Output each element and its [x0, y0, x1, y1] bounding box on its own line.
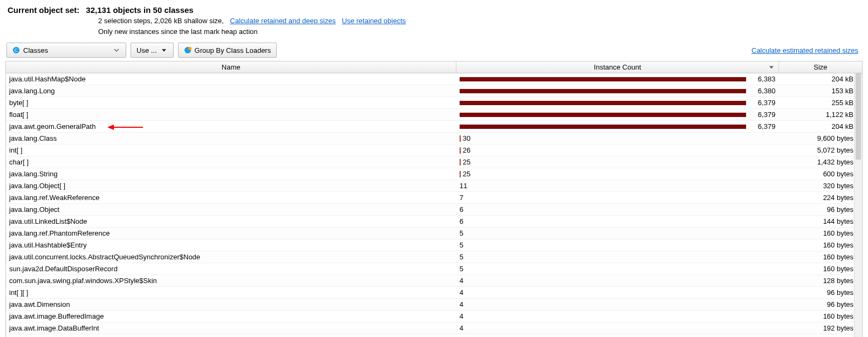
svg-point-3	[188, 47, 192, 50]
column-header-size[interactable]: Size	[778, 61, 862, 73]
cell-instance-count: 5	[456, 263, 779, 275]
cell-name: java.util.LinkedList$Node	[6, 216, 456, 228]
triangle-down-icon	[160, 47, 168, 53]
scrollbar-thumb[interactable]	[856, 73, 861, 160]
total-count: 32,131	[456, 334, 779, 338]
instance-count-bar	[460, 159, 461, 166]
column-header-instance-count[interactable]: Instance Count	[456, 61, 779, 73]
cell-name: java.util.HashMap$Node	[6, 73, 456, 85]
table-row[interactable]: java.util.LinkedList$Node6144 bytes	[6, 216, 862, 228]
cell-instance-count: 25	[456, 156, 779, 168]
cell-size: 224 bytes	[778, 192, 862, 204]
summary-subline-1: 2 selection steps, 2,026 kB shallow size…	[5, 16, 863, 26]
table-row[interactable]: java.util.HashMap$Node6,383204 kB	[6, 73, 862, 85]
classloader-icon	[184, 46, 192, 54]
summary-header: Current object set: 32,131 objects in 50…	[5, 3, 863, 16]
cell-size: 160 bytes	[778, 311, 862, 322]
instance-count-bar	[460, 147, 461, 154]
mark-heap-text: Only new instances since the last mark h…	[98, 27, 258, 36]
table-row[interactable]: java.awt.image.DataBufferInt4192 bytes	[6, 322, 862, 334]
cell-name: java.lang.ref.WeakReference	[6, 192, 456, 204]
cell-name: int[ ]	[6, 145, 456, 156]
cell-size: 96 bytes	[778, 287, 862, 299]
cell-name: java.lang.ref.PhantomReference	[6, 228, 456, 239]
instance-count-bar	[460, 113, 746, 117]
total-label: Total:	[6, 334, 456, 338]
table-row[interactable]: java.lang.Class309,600 bytes	[6, 133, 862, 145]
cell-instance-count: 11	[456, 180, 779, 192]
objects-table: Name Instance Count Size java.util.HashM…	[5, 61, 863, 337]
chevron-down-icon	[113, 47, 120, 53]
cell-size: 160 bytes	[778, 228, 862, 239]
cell-size: 1,432 bytes	[778, 156, 862, 168]
cell-size: 153 kB	[778, 85, 862, 97]
cell-name: java.lang.Object	[6, 204, 456, 216]
vertical-scrollbar[interactable]	[854, 73, 862, 337]
use-button[interactable]: Use ...	[131, 43, 174, 58]
use-retained-link[interactable]: Use retained objects	[342, 17, 406, 25]
cell-instance-count: 6,380	[456, 85, 779, 97]
table-row[interactable]: java.util.concurrent.locks.AbstractQueue…	[6, 251, 862, 263]
instance-count-bar	[460, 135, 461, 142]
class-icon: C	[12, 46, 20, 54]
toolbar: C Classes Use ... Group By Class Loaders…	[5, 43, 863, 58]
cell-name: java.awt.image.DataBufferInt	[6, 322, 456, 334]
cell-name: sun.java2d.DefaultDisposerRecord	[6, 263, 456, 275]
classes-dropdown-label: Classes	[23, 46, 48, 54]
cell-instance-count: 4	[456, 311, 779, 322]
table-row[interactable]: java.lang.Long6,380153 kB	[6, 85, 862, 97]
cell-size: 144 bytes	[778, 216, 862, 228]
selection-steps-text: 2 selection steps, 2,026 kB shallow size…	[98, 17, 224, 25]
cell-instance-count: 30	[456, 133, 779, 145]
calculate-estimated-retained-link[interactable]: Calculate estimated retained sizes	[751, 46, 862, 54]
table-row[interactable]: int[ ]265,072 bytes	[6, 145, 862, 156]
table-row[interactable]: java.awt.Dimension496 bytes	[6, 299, 862, 311]
cell-name: java.awt.image.BufferedImage	[6, 311, 456, 322]
table-row[interactable]: java.util.Hashtable$Entry5160 bytes	[6, 239, 862, 251]
table-row[interactable]: java.awt.geom.GeneralPath6,379204 kB	[6, 121, 862, 133]
group-by-classloaders-button[interactable]: Group By Class Loaders	[178, 43, 277, 58]
group-button-label: Group By Class Loaders	[195, 46, 271, 54]
table-row[interactable]: java.lang.String25600 bytes	[6, 168, 862, 180]
cell-size: 600 bytes	[778, 168, 862, 180]
cell-size: 160 bytes	[778, 251, 862, 263]
cell-instance-count: 6,379	[456, 109, 779, 121]
cell-instance-count: 26	[456, 145, 779, 156]
cell-name: int[ ][ ]	[6, 287, 456, 299]
cell-instance-count: 6	[456, 204, 779, 216]
table-row[interactable]: java.awt.image.BufferedImage4160 bytes	[6, 311, 862, 322]
instance-count-bar	[460, 125, 746, 129]
instance-count-bar	[460, 101, 746, 105]
table-row[interactable]: float[ ]6,3791,122 kB	[6, 109, 862, 121]
cell-instance-count: 5	[456, 239, 779, 251]
column-header-name[interactable]: Name	[6, 61, 456, 73]
cell-size: 192 bytes	[778, 322, 862, 334]
cell-size: 204 kB	[778, 73, 862, 85]
table-row[interactable]: java.lang.ref.WeakReference7224 bytes	[6, 192, 862, 204]
table-row[interactable]: char[ ]251,432 bytes	[6, 156, 862, 168]
cell-size: 160 bytes	[778, 263, 862, 275]
table-row[interactable]: sun.java2d.DefaultDisposerRecord5160 byt…	[6, 263, 862, 275]
table-row[interactable]: java.lang.Object[ ]11320 bytes	[6, 180, 862, 192]
table-row[interactable]: java.lang.Object696 bytes	[6, 204, 862, 216]
calculate-retained-link[interactable]: Calculate retained and deep sizes	[230, 17, 336, 25]
cell-size: 320 bytes	[778, 180, 862, 192]
cell-instance-count: 5	[456, 251, 779, 263]
cell-size: 160 bytes	[778, 239, 862, 251]
svg-text:C: C	[15, 47, 18, 53]
cell-instance-count: 4	[456, 287, 779, 299]
table-row[interactable]: int[ ][ ]496 bytes	[6, 287, 862, 299]
cell-name: float[ ]	[6, 109, 456, 121]
table-row[interactable]: byte[ ]6,379255 kB	[6, 97, 862, 109]
instance-count-bar	[460, 89, 746, 93]
cell-name: java.lang.Object[ ]	[6, 180, 456, 192]
table-row[interactable]: java.lang.ref.PhantomReference5160 bytes	[6, 228, 862, 239]
cell-name: java.lang.Class	[6, 133, 456, 145]
instance-count-bar	[460, 171, 461, 177]
table-header-row: Name Instance Count Size	[6, 61, 862, 73]
table-row[interactable]: com.sun.java.swing.plaf.windows.XPStyle$…	[6, 275, 862, 287]
summary-value: 32,131 objects in 50 classes	[86, 5, 193, 15]
classes-dropdown[interactable]: C Classes	[6, 43, 126, 58]
cell-name: java.awt.Dimension	[6, 299, 456, 311]
cell-instance-count: 6,379	[456, 97, 779, 109]
